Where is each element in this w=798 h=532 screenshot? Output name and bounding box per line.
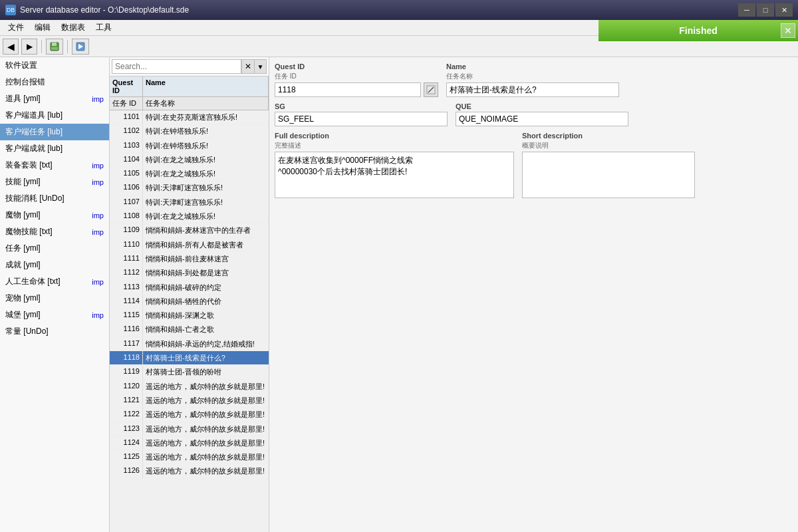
list-row[interactable]: 1120 遥远的地方，威尔特的故乡就是那里! [110,380,269,394]
sg-field-group: SG [275,102,448,126]
header-quest-id: Quest ID [110,76,143,96]
header-task-id: 任务 ID [110,97,143,110]
que-input[interactable] [456,112,628,126]
list-row[interactable]: 1107 特训:天津町迷宫独乐乐! [110,196,269,209]
list-row-id: 1121 [110,394,143,407]
list-row-id: 1111 [110,252,143,265]
list-row[interactable]: 1105 特训:在龙之城独乐乐! [110,167,269,181]
full-desc-field-group: Full description 完整描述 [275,132,514,198]
list-row[interactable]: 1102 特训:在钟塔独乐乐! [110,124,269,138]
menu-edit[interactable]: 编辑 [29,21,56,35]
short-desc-sub-label: 概要说明 [522,141,695,150]
sidebar-item-jineng-yml[interactable]: 技能 [yml] imp [0,174,109,190]
undo-button[interactable]: ◀ [3,39,19,55]
list-row[interactable]: 1112 惝惝和娟娟-到处都是迷宫 [110,266,269,280]
sidebar-item-chang-undo[interactable]: 常量 [UnDo] [0,323,109,340]
list-row-name: 惝惝和娟娟-所有人都是被害者 [143,238,269,251]
list-row[interactable]: 1116 惝惝和娟娟-亡者之歌 [110,323,269,336]
full-desc-textarea[interactable] [275,152,514,198]
detail-row-1: Quest ID 任务 ID Name 任务名称 [275,63,793,97]
list-body: 1101 特训:在史芬克斯迷宫独乐乐! 1102 特训:在钟塔独乐乐! 1103… [110,110,269,532]
list-row[interactable]: 1108 特训:在龙之城独乐乐! [110,209,269,223]
sg-input[interactable] [275,112,448,126]
list-row-id: 1103 [110,139,143,152]
sidebar-item-kehuduanchengji-lub[interactable]: 客户端成就 [lub] [0,140,109,157]
list-row[interactable]: 1115 惝惝和娟娟-深渊之歌 [110,309,269,323]
redo-button[interactable]: ▶ [21,39,37,55]
sidebar-item-chongwu-yml[interactable]: 宠物 [yml] [0,290,109,307]
list-row[interactable]: 1123 遥远的地方，威尔特的故乡就是那里! [110,422,269,436]
menu-tools[interactable]: 工具 [90,21,117,35]
name-input[interactable] [446,82,619,97]
list-row[interactable]: 1106 特训:天津町迷宫独乐乐! [110,181,269,195]
menu-file[interactable]: 文件 [3,21,29,35]
menu-datatable[interactable]: 数据表 [56,21,90,35]
list-row[interactable]: 1122 遥远的地方，威尔特的故乡就是那里! [110,408,269,422]
maximize-button[interactable]: □ [757,3,774,17]
list-row[interactable]: 1126 遥远的地方，威尔特的故乡就是那里! [110,464,269,478]
list-row[interactable]: 1118 村落骑士团-线索是什么? [110,351,269,365]
list-header: Quest ID Name [110,76,269,97]
list-header-sub: 任务 ID 任务名称 [110,97,269,110]
sidebar-item-chengji-yml[interactable]: 成就 [yml] [0,257,109,273]
sidebar-item-zhuangbei-txt[interactable]: 装备套装 [txt] imp [0,157,109,174]
list-row-id: 1120 [110,380,143,393]
list-row-id: 1101 [110,110,143,124]
list-row[interactable]: 1114 惝惝和娟娟-牺牲的代价 [110,295,269,309]
name-sub-label: 任务名称 [446,72,619,81]
sidebar-item-mowu-yml[interactable]: 魔物 [yml] imp [0,207,109,223]
svg-rect-2 [51,47,58,50]
sidebar-item-mowujineng-txt[interactable]: 魔物技能 [txt] imp [0,223,109,240]
save-button[interactable] [46,39,63,55]
search-clear-button[interactable]: ✕ [241,59,255,74]
close-button[interactable]: ✕ [775,3,793,17]
status-close-button[interactable]: ✕ [781,23,795,38]
list-row-name: 惝惝和娟娟-深渊之歌 [143,309,269,322]
list-row-name: 遥远的地方，威尔特的故乡就是那里! [143,450,269,464]
list-row-id: 1114 [110,295,143,308]
list-row[interactable]: 1103 特训:在钟塔独乐乐! [110,139,269,153]
sidebar-item-daoju-yml[interactable]: 道具 [yml] imp [0,90,109,107]
sidebar-item-kehuduandaoju-lub[interactable]: 客户端道具 [lub] [0,107,109,124]
search-bar: ✕ ▼ [110,57,269,76]
list-row[interactable]: 1117 惝惝和娟娟-承远的约定,结婚戒指! [110,337,269,351]
short-desc-textarea[interactable] [522,152,695,198]
list-row[interactable]: 1104 特训:在龙之城独乐乐! [110,153,269,167]
title-bar-buttons: ─ □ ✕ [738,3,793,17]
quest-id-edit-button[interactable] [424,82,438,97]
list-row[interactable]: 1109 惝惝和娟娟-麦林迷宫中的生存者 [110,223,269,237]
minimize-button[interactable]: ─ [738,3,755,17]
sidebar-item-rengong-txt[interactable]: 人工生命体 [txt] imp [0,273,109,290]
sidebar-item-kongzhitai-baojing[interactable]: 控制台报错 [0,74,109,90]
list-row-name: 惝惝和娟娟-亡者之歌 [143,323,269,336]
list-row-name: 遥远的地方，威尔特的故乡就是那里! [143,464,269,477]
list-row[interactable]: 1111 惝惝和娟娟-前往麦林迷宫 [110,252,269,266]
list-row-name: 特训:在龙之城独乐乐! [143,167,269,180]
list-row[interactable]: 1110 惝惝和娟娟-所有人都是被害者 [110,238,269,252]
list-row[interactable]: 1101 特训:在史芬克斯迷宫独乐乐! [110,110,269,124]
search-dropdown-button[interactable]: ▼ [255,59,267,74]
quest-id-field-group: Quest ID 任务 ID [275,63,438,97]
sidebar-item-renwu-yml[interactable]: 任务 [yml] [0,240,109,257]
save-icon [49,41,60,52]
list-row[interactable]: 1113 惝惝和娟娟-破碎的约定 [110,281,269,295]
sidebar-item-jinengxiaohu-undo[interactable]: 技能消耗 [UnDo] [0,190,109,207]
name-field-group: Name 任务名称 [446,63,619,97]
list-row-id: 1122 [110,408,143,421]
list-row-id: 1116 [110,323,143,336]
sidebar-item-ruanjian-shezhi[interactable]: 软件设置 [0,57,109,74]
sidebar-item-chengbao-yml[interactable]: 城堡 [yml] imp [0,307,109,323]
sidebar: 软件设置 控制台报错 道具 [yml] imp 客户端道具 [lub] 客户端任… [0,57,110,532]
list-row-name: 惝惝和娟娟-破碎的约定 [143,281,269,294]
quest-id-input[interactable] [275,82,421,97]
action-button[interactable] [72,39,89,55]
list-row-name: 特训:天津町迷宫独乐乐! [143,196,269,209]
list-row[interactable]: 1125 遥远的地方，威尔特的故乡就是那里! [110,450,269,464]
search-input[interactable] [112,59,241,74]
list-row[interactable]: 1124 遥远的地方，威尔特的故乡就是那里! [110,436,269,450]
sidebar-item-kehuduanrenwu-lub[interactable]: 客户端任务 [lub] [0,124,109,140]
list-row[interactable]: 1119 村落骑士团-晋领的吩咐 [110,365,269,379]
list-row[interactable]: 1121 遥远的地方，威尔特的故乡就是那里! [110,394,269,408]
list-row-id: 1123 [110,422,143,436]
list-row-id: 1104 [110,153,143,166]
